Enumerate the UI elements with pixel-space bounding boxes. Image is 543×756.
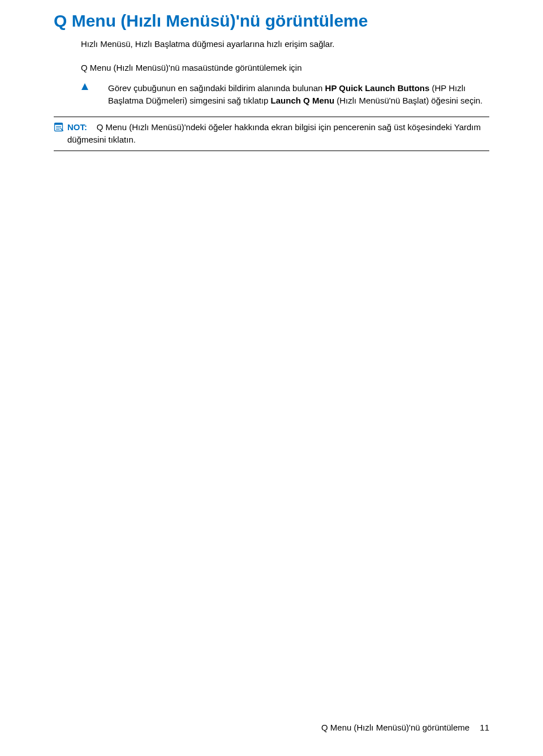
step-post: (Hızlı Menüsü'nü Başlat) öğesini seçin. xyxy=(334,96,482,105)
svg-marker-0 xyxy=(81,83,88,90)
triangle-up-icon xyxy=(81,82,108,91)
subtitle-text: Hızlı Menüsü, Hızlı Başlatma düğmesi aya… xyxy=(81,38,489,50)
step-bold-1: HP Quick Launch Buttons xyxy=(325,83,430,93)
svg-rect-2 xyxy=(55,123,63,124)
note-divider-bottom xyxy=(54,151,489,151)
step-bold-2: Launch Q Menu xyxy=(271,96,335,105)
page-footer: Q Menu (Hızlı Menüsü)'nü görüntüleme 11 xyxy=(321,723,489,732)
intro-para: Q Menu (Hızlı Menüsü)'nü masaüstünde gör… xyxy=(81,62,489,74)
note-label: NOT: xyxy=(67,122,87,132)
note-body: NOT: Q Menu (Hızlı Menüsü)'ndeki öğeler … xyxy=(67,121,489,147)
note-text: Q Menu (Hızlı Menüsü)'ndeki öğeler hakkı… xyxy=(67,122,481,145)
step-pre: Görev çubuğunun en sağındaki bildirim al… xyxy=(108,83,325,93)
note-icon xyxy=(54,121,67,132)
note-divider-top xyxy=(54,117,489,117)
page-title: Q Menu (Hızlı Menüsü)'nü görüntüleme xyxy=(54,11,489,31)
footer-page-number: 11 xyxy=(480,723,489,732)
note-block: NOT: Q Menu (Hızlı Menüsü)'ndeki öğeler … xyxy=(54,117,489,151)
footer-title: Q Menu (Hızlı Menüsü)'nü görüntüleme xyxy=(321,723,469,732)
step-text: Görev çubuğunun en sağındaki bildirim al… xyxy=(108,82,489,108)
step-item: Görev çubuğunun en sağındaki bildirim al… xyxy=(81,82,489,108)
